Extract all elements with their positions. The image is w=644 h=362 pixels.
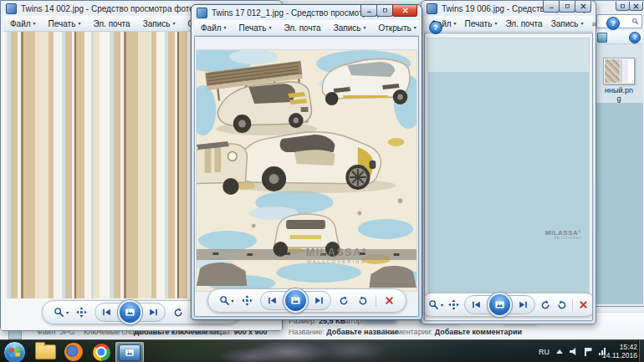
menubar: Файл▾ Печать▾ Эл. почта Запись▾ » ?: [424, 16, 593, 32]
show-desktop-button[interactable]: [638, 340, 644, 362]
date: 14.11.2016: [602, 351, 637, 359]
navigation-group: [464, 295, 535, 314]
photo-blue-wallpaper: MILASSA° WALLCOVERING: [428, 38, 589, 294]
photo-canvas: MILASSA° WALLCOVERING ▾: [194, 36, 419, 317]
blue-image-region: [595, 103, 643, 304]
rotate-cw-button[interactable]: [357, 295, 368, 306]
bg-window-content: нный.png: [595, 44, 643, 304]
comments-value[interactable]: Добавьте комментарии: [435, 328, 522, 336]
photo-viewer-icon: [197, 8, 207, 18]
maximize-button[interactable]: [616, 2, 630, 11]
menu-email[interactable]: Эл. почта: [93, 19, 130, 28]
chevron-down-icon: ▾: [363, 25, 365, 30]
bg-window-toolbar: ?: [595, 31, 643, 44]
menu-burn[interactable]: Запись▾: [334, 23, 366, 33]
system-tray: RU: [539, 340, 606, 362]
chevron-down-icon: ▾: [414, 25, 417, 30]
chevron-down-icon: ▾: [172, 21, 175, 26]
folder-icon: [35, 344, 56, 359]
toolbar-divider: [572, 299, 573, 311]
maximize-button[interactable]: [376, 5, 393, 17]
photo-top-band: [428, 38, 589, 72]
menu-file[interactable]: Файл▾: [201, 23, 227, 33]
slideshow-button[interactable]: [284, 288, 308, 313]
viewer-toolbar: ▾: [207, 288, 406, 313]
previous-button[interactable]: [471, 299, 482, 310]
zoom-button[interactable]: ▾: [54, 307, 69, 318]
action-center-icon[interactable]: [585, 348, 592, 356]
windows-logo-icon: [9, 347, 21, 358]
toolbar-divider: [376, 295, 376, 307]
chevron-down-icon: ▾: [231, 298, 233, 303]
photo-viewer-icon: [427, 3, 437, 14]
menu-email[interactable]: Эл. почта: [505, 19, 542, 28]
file-label[interactable]: нный.png: [595, 86, 643, 103]
close-button[interactable]: [629, 2, 643, 11]
slideshow-button[interactable]: [118, 300, 142, 324]
photo-viewer-icon: [6, 3, 17, 14]
actual-size-button[interactable]: [76, 307, 87, 318]
menu-print[interactable]: Печать▾: [239, 23, 272, 33]
chevron-down-icon: ▾: [66, 309, 69, 315]
comments-label: Комментарии:: [383, 328, 432, 336]
rotate-cw-button[interactable]: [556, 299, 567, 310]
slideshow-button[interactable]: [488, 293, 512, 317]
navigation-group: [95, 303, 166, 322]
file-thumbnail-icon[interactable]: [603, 58, 635, 84]
clock[interactable]: 15:42 14.11.2016: [602, 343, 637, 359]
delete-button[interactable]: [384, 295, 395, 306]
picture-icon: [494, 299, 505, 310]
desktop: Размер: 25,5 КБ Автор: Файл "JPG" Ключев…: [0, 0, 644, 362]
menu-email[interactable]: Эл. почта: [284, 23, 320, 33]
picture-icon: [125, 307, 135, 318]
menu-burn[interactable]: Запись▾: [143, 19, 176, 28]
previous-button[interactable]: [267, 295, 278, 306]
previous-button[interactable]: [101, 307, 112, 318]
help-icon[interactable]: ?: [629, 32, 641, 43]
window-buttons: [361, 5, 417, 17]
next-button[interactable]: [148, 307, 159, 318]
photo-viewer-icon: [119, 344, 141, 361]
maximize-button[interactable]: [559, 1, 575, 13]
menu-overflow-chevron[interactable]: »: [591, 19, 596, 28]
chevron-down-icon: ▾: [494, 21, 497, 26]
menu-print[interactable]: Печать▾: [465, 19, 498, 28]
bg-window-buttons: [616, 2, 643, 11]
chevron-down-icon: ▾: [580, 21, 583, 26]
picture-icon: [290, 295, 301, 306]
next-button[interactable]: [314, 295, 325, 306]
zoom-button[interactable]: ▾: [218, 295, 233, 306]
chevron-down-icon: ▾: [78, 21, 80, 26]
hidden-icons-button[interactable]: [556, 349, 563, 354]
actual-size-button[interactable]: [242, 295, 253, 306]
taskbar-item-photo-viewer[interactable]: [115, 342, 144, 362]
watermark-brand: MILASSA°: [306, 246, 368, 258]
time: 15:42: [602, 343, 637, 351]
menu-burn[interactable]: Запись▾: [551, 19, 584, 28]
help-icon[interactable]: ?: [429, 21, 442, 34]
rotate-ccw-button[interactable]: [173, 307, 184, 318]
chevron-down-icon: ▾: [454, 21, 457, 26]
rotate-ccw-button[interactable]: [339, 295, 350, 306]
rotate-ccw-button[interactable]: [540, 299, 551, 310]
volume-icon[interactable]: [570, 348, 578, 355]
window-title: Twins 17 012_1.jpg - Средство просмотра …: [212, 8, 379, 18]
taskbar-item-explorer[interactable]: [32, 342, 59, 362]
menu-open[interactable]: Открыть▾: [378, 23, 416, 33]
zoom-button[interactable]: ▾: [428, 299, 443, 310]
language-indicator[interactable]: RU: [539, 348, 549, 356]
help-icon[interactable]: ?: [606, 17, 620, 30]
menu-file[interactable]: Файл▾: [10, 19, 36, 28]
minimize-button[interactable]: [360, 5, 377, 17]
app-icon: [597, 33, 607, 43]
start-button[interactable]: [3, 341, 26, 362]
taskbar-item-firefox[interactable]: [60, 342, 87, 362]
menu-print[interactable]: Печать▾: [49, 19, 81, 28]
close-button[interactable]: [392, 5, 417, 17]
close-button[interactable]: [575, 1, 591, 13]
actual-size-button[interactable]: [448, 299, 459, 310]
minimize-button[interactable]: [543, 1, 560, 13]
next-button[interactable]: [518, 299, 529, 310]
taskbar-item-chrome[interactable]: [88, 342, 115, 362]
delete-button[interactable]: [578, 299, 589, 310]
